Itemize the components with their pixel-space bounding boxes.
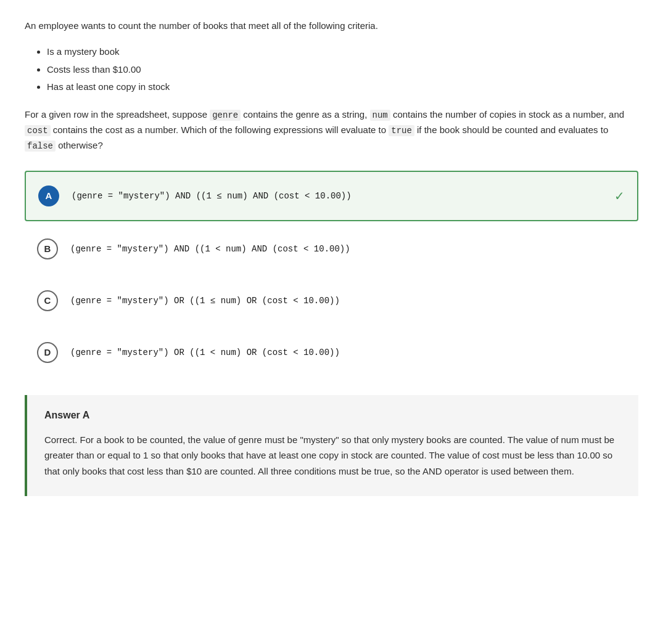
genre-code: genre bbox=[210, 110, 241, 121]
check-icon: ✓ bbox=[602, 189, 625, 203]
num-code: num bbox=[370, 110, 390, 121]
option-code-a: (genre = "mystery") AND ((1 ≤ num) AND (… bbox=[72, 191, 602, 201]
option-label-c: C bbox=[37, 290, 58, 311]
cost-code: cost bbox=[25, 125, 51, 136]
answer-explanation: Correct. For a book to be counted, the v… bbox=[44, 432, 621, 479]
intro-text: An employee wants to count the number of… bbox=[25, 18, 638, 33]
answer-section: Answer A Correct. For a book to be count… bbox=[25, 395, 638, 497]
option-row-a[interactable]: A (genre = "mystery") AND ((1 ≤ num) AND… bbox=[25, 171, 638, 221]
option-label-a: A bbox=[38, 185, 59, 206]
option-label-b: B bbox=[37, 238, 58, 259]
option-code-c: (genre = "mystery") OR ((1 ≤ num) OR (co… bbox=[70, 296, 626, 306]
criteria-item-1: Is a mystery book bbox=[47, 43, 638, 61]
criteria-item-3: Has at least one copy in stock bbox=[47, 78, 638, 96]
option-code-d: (genre = "mystery") OR ((1 < num) OR (co… bbox=[70, 348, 626, 357]
option-row-c[interactable]: C (genre = "mystery") OR ((1 ≤ num) OR (… bbox=[25, 277, 638, 325]
options-container: A (genre = "mystery") AND ((1 ≤ num) AND… bbox=[25, 171, 638, 377]
criteria-list: Is a mystery book Costs less than $10.00… bbox=[47, 43, 638, 96]
option-row-d[interactable]: D (genre = "mystery") OR ((1 < num) OR (… bbox=[25, 328, 638, 377]
option-label-d: D bbox=[37, 342, 58, 363]
true-code: true bbox=[389, 125, 414, 136]
option-row-b[interactable]: B (genre = "mystery") AND ((1 < num) AND… bbox=[25, 225, 638, 273]
criteria-item-2: Costs less than $10.00 bbox=[47, 61, 638, 79]
false-code: false bbox=[25, 141, 56, 152]
answer-title: Answer A bbox=[44, 410, 621, 421]
description-text: For a given row in the spreadsheet, supp… bbox=[25, 107, 638, 153]
option-code-b: (genre = "mystery") AND ((1 < num) AND (… bbox=[70, 244, 626, 254]
